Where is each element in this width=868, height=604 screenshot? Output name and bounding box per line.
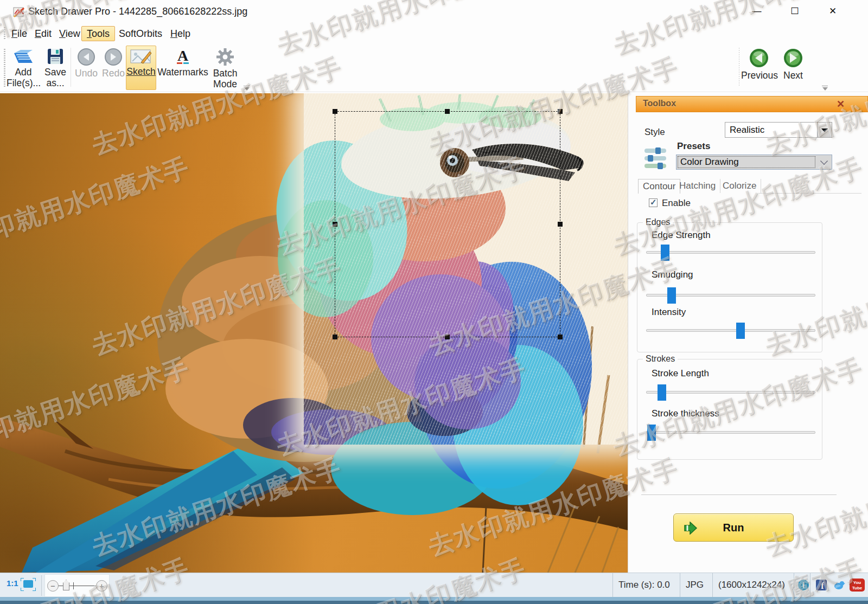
selection-handle-n[interactable] (445, 109, 450, 114)
intensity-thumb[interactable] (736, 323, 745, 339)
selection-rectangle[interactable] (335, 111, 560, 337)
statusbar-blue-strip (0, 597, 868, 601)
zoom-ratio-label: 1:1 (7, 579, 18, 588)
next-button[interactable]: Next (780, 46, 806, 81)
tab-hatching[interactable]: Hatching (675, 179, 720, 193)
edge-strength-thumb[interactable] (661, 245, 669, 261)
dimensions-cell: (1600x1242x24) (712, 573, 794, 598)
close-button[interactable]: ✕ (824, 3, 842, 20)
sketch-label: Sketch (126, 66, 156, 77)
toolbar-grip[interactable] (4, 49, 5, 87)
sketch-button[interactable]: Sketch (126, 46, 156, 90)
presets-icon (643, 145, 669, 171)
selection-handle-nw[interactable] (333, 109, 337, 114)
run-label: Run (723, 522, 744, 534)
batch-mode-button[interactable]: Batch Mode (210, 46, 240, 89)
run-button[interactable]: Run (673, 513, 794, 542)
zoom-slider-tick (73, 582, 74, 589)
enable-label: Enable (662, 198, 691, 209)
svg-text:f: f (821, 581, 824, 590)
watermarks-icon: A (175, 48, 191, 65)
smudging-slider[interactable] (646, 294, 815, 297)
edges-legend: Edges (643, 217, 673, 227)
toolbar-right-overflow-icon[interactable] (821, 86, 829, 91)
info-icon[interactable]: i (797, 579, 809, 591)
zoom-out-button[interactable]: − (47, 580, 59, 592)
previous-icon (749, 48, 769, 68)
edges-group: Edges Edge Strength Smudging Intensity (637, 222, 822, 352)
twitter-icon[interactable] (833, 580, 845, 590)
stroke-length-thumb[interactable] (658, 384, 666, 401)
image-canvas[interactable] (0, 93, 628, 573)
fit-icon (23, 580, 33, 588)
zoom-in-button[interactable]: + (96, 580, 107, 592)
menu-tools[interactable]: Tools (81, 26, 115, 41)
minimize-button[interactable]: — (748, 3, 766, 20)
title-bar: Sketch Drawer Pro - 1442285_80661628222s… (0, 0, 868, 24)
selection-handle-ne[interactable] (558, 109, 563, 114)
selection-handle-sw[interactable] (333, 335, 337, 339)
style-dropdown[interactable]: Realistic (725, 122, 832, 138)
presets-combobox[interactable]: Color Drawing (676, 155, 832, 170)
app-icon (13, 7, 25, 17)
menu-softorbits[interactable]: SoftOrbits (114, 26, 167, 41)
redo-button[interactable]: Redo (101, 46, 126, 79)
toolbar-separator-right (739, 48, 739, 87)
presets-chevron-icon[interactable] (820, 157, 828, 165)
previous-button[interactable]: Previous (741, 46, 777, 81)
fit-to-window-button[interactable] (20, 577, 37, 592)
toolbox-panel: Toolbox ✕ Style Realistic Presets Color … (628, 93, 868, 573)
menubar-grip[interactable] (4, 27, 5, 40)
toolbox-title: Toolbox (643, 99, 676, 108)
save-as-button[interactable]: Save as... (42, 46, 68, 88)
style-dropdown-arrow-icon[interactable] (817, 123, 832, 137)
enable-checkbox[interactable] (649, 198, 658, 207)
toolbox-close-icon[interactable]: ✕ (837, 98, 845, 110)
menu-view[interactable]: View (54, 26, 85, 41)
tab-contour[interactable]: Contour (638, 179, 680, 194)
undo-button[interactable]: Undo (74, 46, 99, 79)
zoom-slider-handle[interactable] (63, 580, 69, 590)
stroke-thickness-thumb[interactable] (647, 425, 656, 441)
menu-file[interactable]: File (7, 26, 32, 41)
window-title: Sketch Drawer Pro - 1442285_80661628222s… (28, 6, 247, 17)
youtube-icon[interactable]: You Tube (850, 579, 865, 592)
format-cell: JPG (680, 573, 712, 598)
redo-label: Redo (102, 68, 125, 79)
statusbar-separator (41, 575, 42, 596)
style-label: Style (644, 127, 665, 138)
batch-mode-label: Batch Mode (213, 68, 238, 89)
facebook-icon[interactable]: f (816, 580, 827, 590)
sketch-icon (130, 48, 152, 65)
intensity-slider[interactable] (646, 329, 815, 332)
menu-edit[interactable]: Edit (30, 26, 56, 41)
toolbar-overflow-icon[interactable] (243, 86, 251, 91)
stroke-length-slider[interactable] (646, 391, 815, 394)
presets-value: Color Drawing (680, 157, 739, 168)
time-cell: Time (s): 0.0 (612, 573, 680, 598)
smudging-thumb[interactable] (667, 287, 676, 304)
watermarks-button[interactable]: A Watermarks (157, 46, 208, 78)
watermarks-label: Watermarks (157, 67, 208, 78)
selection-handle-s[interactable] (445, 335, 450, 339)
selection-handle-se[interactable] (558, 335, 563, 339)
stroke-thickness-slider[interactable] (646, 431, 815, 434)
tab-colorize[interactable]: Colorize (718, 179, 761, 193)
presets-label: Presets (677, 141, 710, 152)
menu-bar: File Edit View Tools SoftOrbits Help (0, 24, 868, 43)
zoom-slider[interactable]: − + (44, 574, 110, 597)
save-icon (47, 48, 64, 65)
redo-icon (104, 48, 123, 66)
toolbox-header[interactable]: Toolbox ✕ (636, 96, 868, 112)
menu-help[interactable]: Help (165, 26, 195, 41)
undo-icon (77, 48, 95, 66)
maximize-button[interactable]: ☐ (786, 3, 804, 20)
social-cell: f You Tube (810, 573, 868, 598)
statusbar-dark-strip (0, 601, 868, 604)
edge-strength-slider[interactable] (646, 251, 815, 254)
selection-handle-e[interactable] (558, 222, 563, 227)
selection-handle-w[interactable] (333, 222, 337, 227)
fit-corner (21, 588, 24, 591)
add-files-button[interactable]: Add File(s)... (7, 46, 40, 88)
undo-label: Undo (75, 68, 98, 79)
